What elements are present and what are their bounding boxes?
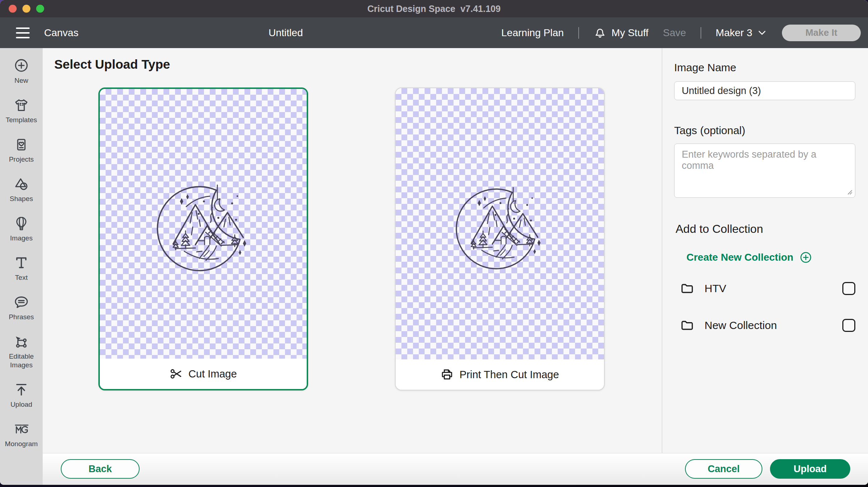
moon-scene-illustration (154, 180, 252, 272)
images-icon (13, 215, 30, 232)
new-icon (13, 57, 30, 74)
sidebar-item-label: Monogram (4, 440, 39, 448)
left-sidebar: New Templates Projects Shapes (0, 48, 43, 485)
app-name: Cricut Design Space (367, 4, 455, 14)
nav-divider (578, 27, 579, 39)
footer-action-bar: Back Cancel Upload (43, 453, 868, 485)
close-window-button[interactable] (9, 5, 17, 13)
collection-checkbox-htv[interactable] (842, 282, 855, 295)
canvas-menu-button[interactable]: Canvas (44, 27, 78, 39)
chevron-down-icon (757, 27, 767, 38)
bell-icon[interactable] (593, 26, 607, 39)
sidebar-item-label: Shapes (8, 195, 34, 203)
document-title[interactable]: Untitled (269, 27, 303, 39)
printer-icon (441, 368, 454, 381)
collection-checkbox-new-collection[interactable] (842, 319, 855, 332)
shapes-icon (13, 176, 30, 192)
sidebar-item-shapes[interactable]: Shapes (0, 176, 43, 203)
phrases-icon (13, 294, 30, 311)
app-window: Cricut Design Space v7.41.109 Canvas Unt… (0, 0, 868, 485)
traffic-lights (9, 0, 44, 17)
scissors-icon (170, 367, 183, 380)
hamburger-menu-icon[interactable] (16, 27, 30, 38)
save-button[interactable]: Save (663, 27, 686, 39)
sidebar-item-text[interactable]: Text (0, 255, 43, 282)
templates-icon (13, 97, 30, 114)
cut-image-label: Cut Image (188, 368, 237, 380)
page-title: Select Upload Type (54, 57, 170, 72)
sidebar-item-new[interactable]: New (0, 57, 43, 85)
make-it-button[interactable]: Make It (782, 25, 861, 41)
sidebar-item-label: Upload (9, 400, 34, 409)
print-then-cut-image-label: Print Then Cut Image (459, 369, 559, 381)
print-then-cut-image-card[interactable]: Print Then Cut Image (395, 87, 605, 390)
top-nav: Canvas Untitled Learning Plan My Stuff S… (0, 17, 868, 48)
main-content: Select Upload Type Cut Image (43, 48, 868, 485)
sidebar-item-label: Images (9, 234, 34, 243)
transparency-checker-preview (100, 89, 307, 359)
my-stuff-link[interactable]: My Stuff (612, 27, 648, 39)
image-name-input[interactable] (674, 81, 855, 100)
collection-name: New Collection (705, 319, 777, 332)
create-new-collection-button[interactable]: Create New Collection (686, 251, 855, 264)
back-button[interactable]: Back (61, 459, 140, 479)
folder-icon (680, 318, 694, 333)
minimize-window-button[interactable] (22, 5, 30, 13)
text-icon (13, 255, 30, 271)
image-name-label: Image Name (674, 61, 855, 74)
transparency-checker-preview (396, 88, 604, 359)
titlebar: Cricut Design Space v7.41.109 (0, 0, 868, 17)
sidebar-item-label: New (13, 76, 30, 85)
resize-handle-icon[interactable] (847, 190, 852, 195)
upload-button[interactable]: Upload (770, 459, 850, 479)
collection-name: HTV (705, 282, 726, 295)
cancel-button[interactable]: Cancel (685, 459, 762, 479)
sidebar-item-label: Templates (4, 116, 39, 124)
app-version: v7.41.109 (460, 4, 501, 14)
add-to-collection-heading: Add to Collection (676, 222, 855, 236)
sidebar-item-upload[interactable]: Upload (0, 381, 43, 409)
editable-images-icon (13, 333, 30, 350)
machine-selector[interactable]: Maker 3 (716, 27, 767, 39)
learning-plan-link[interactable]: Learning Plan (501, 27, 564, 39)
monogram-icon (13, 421, 30, 437)
plus-circle-icon (799, 251, 812, 264)
sidebar-item-monogram[interactable]: Monogram (0, 421, 43, 448)
collection-row-new-collection[interactable]: New Collection (680, 318, 855, 333)
sidebar-item-label: Editable Images (0, 352, 43, 369)
sidebar-item-editable-images[interactable]: Editable Images (0, 333, 43, 369)
sidebar-item-label: Text (14, 273, 29, 282)
sidebar-item-phrases[interactable]: Phrases (0, 294, 43, 321)
tags-label: Tags (optional) (674, 124, 855, 137)
window-title: Cricut Design Space v7.41.109 (367, 4, 501, 14)
upload-icon (13, 381, 30, 398)
zoom-window-button[interactable] (36, 5, 44, 13)
collection-row-htv[interactable]: HTV (680, 281, 855, 296)
moon-scene-illustration (453, 181, 546, 273)
sidebar-item-templates[interactable]: Templates (0, 97, 43, 124)
sidebar-item-label: Phrases (7, 313, 35, 321)
machine-name: Maker 3 (716, 27, 752, 39)
projects-icon (13, 136, 30, 153)
nav-divider (701, 27, 701, 39)
create-new-collection-label: Create New Collection (686, 252, 793, 263)
folder-icon (680, 281, 694, 296)
upload-details-panel: Image Name Tags (optional) Add to Collec… (662, 48, 868, 453)
sidebar-item-label: Projects (8, 155, 35, 164)
sidebar-item-images[interactable]: Images (0, 215, 43, 243)
cut-image-card[interactable]: Cut Image (98, 87, 308, 390)
sidebar-item-projects[interactable]: Projects (0, 136, 43, 164)
tags-input[interactable] (674, 144, 855, 198)
